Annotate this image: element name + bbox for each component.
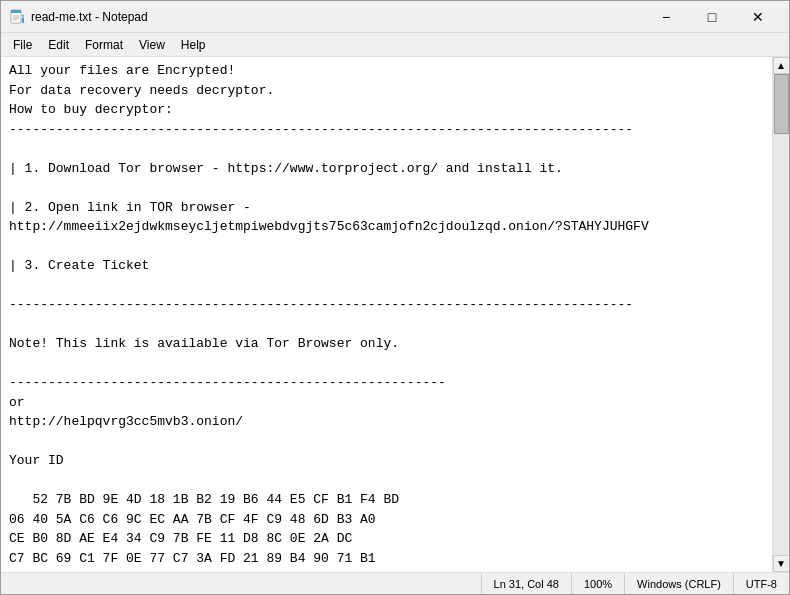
close-button[interactable]: ✕ (735, 1, 781, 33)
menu-help[interactable]: Help (173, 36, 214, 54)
svg-rect-5 (22, 15, 24, 23)
status-bar: Ln 31, Col 48 100% Windows (CRLF) UTF-8 (1, 572, 789, 594)
title-bar: read-me.txt - Notepad − □ ✕ (1, 1, 789, 33)
notepad-window: read-me.txt - Notepad − □ ✕ File Edit Fo… (0, 0, 790, 595)
vertical-scrollbar[interactable]: ▲ ▼ (772, 57, 789, 572)
menu-edit[interactable]: Edit (40, 36, 77, 54)
menu-file[interactable]: File (5, 36, 40, 54)
scroll-thumb[interactable] (774, 74, 789, 134)
cursor-position: Ln 31, Col 48 (481, 573, 571, 594)
scroll-up-button[interactable]: ▲ (773, 57, 790, 74)
text-editor[interactable]: All your files are Encrypted! For data r… (1, 57, 772, 572)
content-wrapper: All your files are Encrypted! For data r… (1, 57, 789, 572)
maximize-button[interactable]: □ (689, 1, 735, 33)
menu-bar: File Edit Format View Help (1, 33, 789, 57)
window-controls: − □ ✕ (643, 1, 781, 33)
svg-rect-1 (11, 10, 21, 13)
zoom-level: 100% (571, 573, 624, 594)
window-title: read-me.txt - Notepad (31, 10, 643, 24)
menu-view[interactable]: View (131, 36, 173, 54)
scroll-track[interactable] (773, 74, 790, 555)
line-ending: Windows (CRLF) (624, 573, 733, 594)
app-icon (9, 9, 25, 25)
menu-format[interactable]: Format (77, 36, 131, 54)
encoding: UTF-8 (733, 573, 789, 594)
minimize-button[interactable]: − (643, 1, 689, 33)
scroll-down-button[interactable]: ▼ (773, 555, 790, 572)
